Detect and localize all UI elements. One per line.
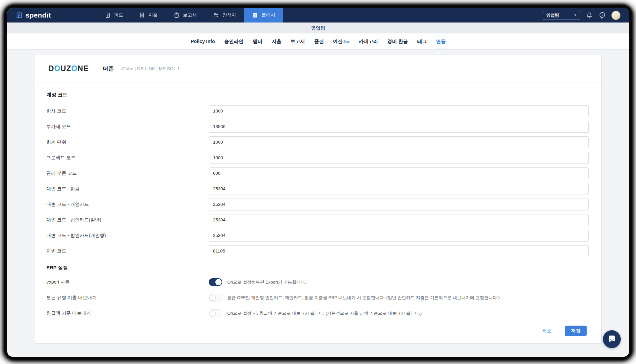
- chat-launcher-button[interactable]: [603, 330, 621, 348]
- integration-settings-card: DOUZONE 더존 iCube | DB LINK | MS SQL 1 계정…: [35, 55, 602, 343]
- field-row-accounting-unit: 회계 단위: [46, 134, 589, 150]
- cancel-button[interactable]: 취소: [542, 328, 552, 334]
- field-label: 대변 코드 - 현금: [46, 186, 209, 192]
- field-row-project-code: 프로젝트 코드: [46, 150, 589, 165]
- tab-plan[interactable]: 플랜: [309, 33, 328, 49]
- toggle-label: 환급액 기준 내보내기: [46, 310, 209, 316]
- main-nav: 피드 지출: [97, 8, 283, 23]
- tab-reports[interactable]: 보고서: [286, 33, 310, 49]
- tab-categories[interactable]: 카테고리: [354, 33, 383, 49]
- debit-code-input[interactable]: [209, 245, 589, 257]
- tab-budget[interactable]: 예산Beta: [328, 33, 354, 49]
- field-label: 부가세 코드: [46, 124, 209, 130]
- notification-bell-icon[interactable]: [586, 12, 593, 19]
- field-row-debit-code: 차변 코드: [46, 243, 589, 259]
- nav-item-attendees[interactable]: 참석자: [205, 8, 244, 23]
- policy-tabs: Policy Info 승인라인 멤버 지출 보고서 플랜 예산Beta 카테고…: [7, 33, 629, 50]
- field-label: 차변 코드: [46, 248, 209, 254]
- chevron-down-icon: ▼: [574, 14, 577, 17]
- team-title: 영업팀: [311, 25, 325, 31]
- nav-item-label: 지출: [148, 12, 158, 18]
- nav-item-expense[interactable]: 지출: [131, 8, 166, 23]
- integration-form: 계정 코드 회사 코드 부가세 코드 회계 단위 프로젝트 코드: [35, 82, 601, 336]
- toggle-row-export-enabled: export 사용 On으로 설정해두면 Export가 가능합니다.: [46, 274, 589, 290]
- erp-settings-heading: ERP 설정: [46, 265, 589, 271]
- save-button[interactable]: 저장: [565, 326, 587, 336]
- integration-subtitle: iCube | DB LINK | MS SQL 1: [121, 66, 180, 71]
- team-selector-value: 영업팀: [546, 12, 559, 18]
- toggle-row-export-all-types: 모든 유형 지출 내보내기 환급 OFF인 개인형 법인카드, 개인카드, 현금…: [46, 290, 589, 305]
- policy-icon: [252, 12, 258, 18]
- avatar[interactable]: [611, 11, 620, 20]
- export-by-reimbursement-toggle[interactable]: [209, 309, 222, 317]
- field-label: 관리 부문 코드: [46, 170, 209, 176]
- credit-personal-card-input[interactable]: [209, 199, 589, 210]
- field-row-credit-corp-card-personal: 대변 코드 - 법인카드(개인형): [46, 228, 589, 243]
- navbar-right: 영업팀 ▼: [543, 8, 629, 23]
- expense-icon: [139, 12, 145, 18]
- field-row-mgmt-division-code: 관리 부문 코드: [46, 165, 589, 181]
- brand-name: spendit: [26, 11, 51, 19]
- field-label: 회계 단위: [46, 139, 209, 145]
- report-icon: [174, 12, 180, 18]
- toggle-knob: [215, 279, 222, 285]
- credit-corp-card-general-input[interactable]: [209, 214, 589, 226]
- tab-reimbursement[interactable]: 경비 환급: [383, 33, 412, 49]
- field-label: 대변 코드 - 법인카드(개인형): [46, 233, 209, 239]
- app-window: spendit 피드: [7, 8, 629, 357]
- nav-item-reports[interactable]: 보고서: [166, 8, 205, 23]
- credit-corp-card-personal-input[interactable]: [209, 230, 589, 242]
- feed-icon: [105, 12, 111, 18]
- field-row-credit-personal-card: 대변 코드 - 개인카드: [46, 197, 589, 212]
- team-selector-dropdown[interactable]: 영업팀 ▼: [543, 11, 580, 20]
- toggle-label: 모든 유형 지출 내보내기: [46, 295, 209, 301]
- field-row-vat-code: 부가세 코드: [46, 119, 589, 134]
- account-codes-heading: 계정 코드: [46, 92, 589, 98]
- project-code-input[interactable]: [209, 152, 589, 164]
- attendees-icon: [213, 12, 219, 18]
- integration-header: DOUZONE 더존 iCube | DB LINK | MS SQL 1: [35, 55, 601, 82]
- mgmt-division-code-input[interactable]: [209, 167, 589, 179]
- toggle-description: 환급 OFF인 개인형 법인카드, 개인카드, 현금 지출을 ERP 내보내기 …: [227, 295, 500, 301]
- tab-tags[interactable]: 태그: [412, 33, 431, 49]
- export-enabled-toggle[interactable]: [209, 278, 222, 286]
- tab-members[interactable]: 멤버: [248, 33, 267, 49]
- company-code-input[interactable]: [209, 105, 589, 117]
- team-header-band: 영업팀: [7, 23, 629, 33]
- nav-item-label: 참석자: [222, 12, 236, 18]
- field-row-company-code: 회사 코드: [46, 103, 589, 119]
- accounting-unit-input[interactable]: [209, 136, 589, 148]
- top-navbar: spendit 피드: [7, 8, 629, 23]
- tab-integration[interactable]: 연동: [431, 33, 450, 49]
- chat-bubble-icon: [607, 335, 616, 344]
- nav-item-label: 보고서: [183, 12, 197, 18]
- brand-logo[interactable]: spendit: [7, 8, 78, 23]
- nav-item-label: 폴리시: [261, 12, 275, 18]
- export-all-types-toggle[interactable]: [209, 294, 222, 301]
- nav-item-label: 피드: [114, 12, 123, 18]
- toggle-knob: [209, 310, 216, 316]
- tab-policy-info[interactable]: Policy Info: [186, 33, 220, 49]
- spendit-scroll-icon: [16, 12, 23, 19]
- tab-expenses[interactable]: 지출: [267, 33, 286, 49]
- toggle-knob: [209, 295, 216, 301]
- integration-name: 더존: [103, 65, 114, 72]
- toggle-label: export 사용: [46, 279, 209, 285]
- field-label: 프로젝트 코드: [46, 155, 209, 161]
- field-row-credit-cash: 대변 코드 - 현금: [46, 181, 589, 197]
- field-label: 회사 코드: [46, 108, 209, 114]
- douzone-logo: DOUZONE: [48, 64, 89, 73]
- nav-item-feed[interactable]: 피드: [97, 8, 131, 23]
- content-area: DOUZONE 더존 iCube | DB LINK | MS SQL 1 계정…: [7, 50, 629, 357]
- tab-approval-line[interactable]: 승인라인: [220, 33, 248, 49]
- vat-code-input[interactable]: [209, 121, 589, 133]
- toggle-description: On으로 설정해두면 Export가 가능합니다.: [227, 279, 306, 285]
- field-label: 대변 코드 - 법인카드(일반): [46, 217, 209, 223]
- nav-item-policy[interactable]: 폴리시: [244, 8, 283, 23]
- toggle-row-export-by-reimbursement: 환급액 기준 내보내기 On으로 설정 시, 환급액 기준으로 내보내기 됩니다…: [46, 305, 589, 321]
- form-actions: 취소 저장: [46, 326, 589, 336]
- toggle-description: On으로 설정 시, 환급액 기준으로 내보내기 됩니다. (기본적으로 지출 …: [227, 310, 422, 316]
- beta-badge: Beta: [343, 40, 349, 43]
- help-icon[interactable]: [599, 12, 606, 19]
- credit-cash-input[interactable]: [209, 183, 589, 195]
